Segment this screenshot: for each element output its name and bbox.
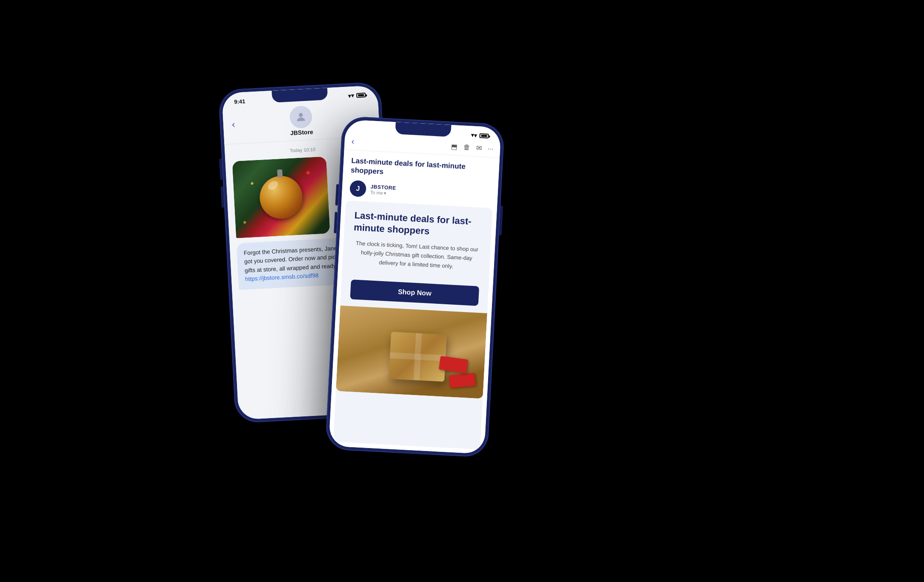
email-headline: Last-minute deals for last-minute shoppe… (353, 210, 483, 240)
email-screen: 9:41 ▾▾ ‹ ⬒ 🗑 ✉ ··· (329, 119, 501, 454)
gift-tag-1 (449, 373, 476, 388)
email-status-icons: ▾▾ (471, 132, 489, 139)
vol-up-button (219, 158, 223, 180)
ornament-container (259, 175, 304, 220)
sms-contact-info: JBStore (289, 105, 313, 137)
battery-icon (356, 92, 366, 98)
contact-name: JBStore (290, 128, 313, 137)
christmas-ornament-image (232, 156, 330, 238)
ornament-ball (259, 175, 304, 220)
email-screen-inner: 9:41 ▾▾ ‹ ⬒ 🗑 ✉ ··· (329, 119, 501, 454)
archive-icon[interactable]: ⬒ (450, 143, 457, 151)
phone-email: 9:41 ▾▾ ‹ ⬒ 🗑 ✉ ··· (325, 116, 505, 458)
vol-down-button (221, 186, 225, 208)
back-button[interactable]: ‹ (231, 119, 235, 130)
email-back-button[interactable]: ‹ (351, 137, 355, 146)
sms-status-icons: ▾▾ (348, 92, 366, 99)
sms-link[interactable]: https://jbstore.smsb.co/sdf98 (245, 272, 319, 282)
sender-info: JBSTORE To me ▾ (370, 184, 396, 196)
email-battery-icon (479, 133, 489, 138)
sender-to: To me ▾ (370, 190, 396, 196)
ornament-top (277, 169, 283, 178)
wifi-icon: ▾▾ (348, 92, 355, 99)
image-message-bubble (232, 156, 330, 238)
email-body-text: The clock is ticking, Tom! Last chance t… (352, 239, 481, 272)
delete-icon[interactable]: 🗑 (463, 143, 470, 151)
contact-avatar (289, 105, 313, 129)
person-icon (295, 111, 307, 123)
email-power-button (499, 205, 503, 235)
sms-time: 9:41 (234, 98, 246, 105)
sender-avatar: J (349, 180, 367, 197)
more-icon[interactable]: ··· (487, 145, 493, 153)
scene: 9:41 ▾▾ ‹ (205, 34, 719, 548)
mail-icon[interactable]: ✉ (476, 144, 482, 152)
sender-initial: J (356, 185, 360, 193)
email-wifi-icon: ▾▾ (471, 132, 477, 139)
gift-wrap-1 (389, 332, 447, 382)
gift-image (336, 306, 487, 399)
svg-point-0 (299, 113, 303, 117)
email-card: Last-minute deals for last-minute shoppe… (336, 200, 493, 398)
email-card-text: Last-minute deals for last-minute shoppe… (342, 200, 493, 286)
email-vol-up-button (335, 184, 339, 205)
email-vol-down-button (334, 212, 338, 233)
email-body: Last-minute deals for last-minute shoppe… (333, 200, 493, 449)
email-action-buttons: ⬒ 🗑 ✉ ··· (450, 143, 493, 153)
